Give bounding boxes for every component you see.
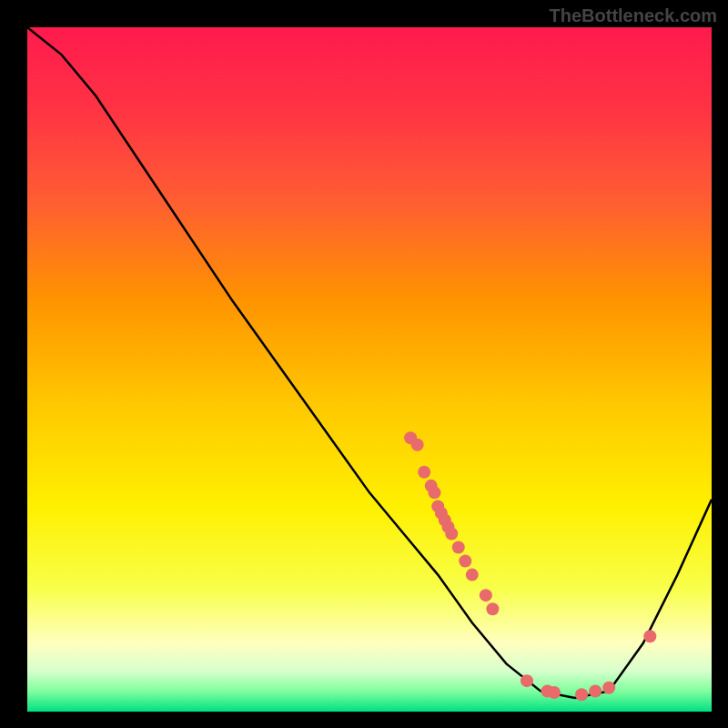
data-marker bbox=[589, 684, 602, 697]
data-marker bbox=[459, 555, 471, 568]
data-marker bbox=[480, 589, 492, 602]
data-marker bbox=[428, 486, 440, 499]
data-marker bbox=[575, 688, 588, 701]
data-marker bbox=[418, 466, 430, 479]
bottleneck-chart bbox=[0, 0, 728, 728]
watermark-text: TheBottleneck.com bbox=[550, 5, 717, 26]
plot-background bbox=[27, 27, 712, 712]
data-marker bbox=[521, 674, 533, 687]
data-marker bbox=[602, 682, 615, 694]
data-marker bbox=[486, 602, 499, 615]
data-marker bbox=[643, 630, 656, 642]
chart-container: TheBottleneck.com bbox=[0, 0, 728, 728]
data-marker bbox=[548, 686, 561, 699]
data-marker bbox=[452, 541, 465, 554]
data-marker bbox=[466, 569, 479, 581]
data-marker bbox=[411, 439, 424, 451]
data-marker bbox=[445, 527, 458, 540]
